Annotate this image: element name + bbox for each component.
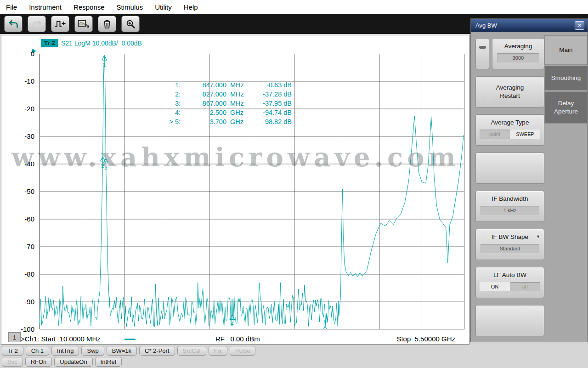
status-tr-2[interactable]: Tr 2 [2,346,23,356]
marker-unit: GHz [226,117,249,126]
status-c-2-port[interactable]: C* 2-Port [139,346,175,356]
marker-frequency: 2.500 [181,108,226,117]
marker-value: -0.63 dB [249,80,292,90]
y-tick-label: -70 [2,243,34,250]
y-axis: 0-10-20-30-40-50-60-70-80-90-100 [1,35,37,344]
option-on[interactable]: ON [480,282,510,291]
status-rfon[interactable]: RFOn [25,357,52,367]
blank-button-3[interactable] [475,153,544,184]
marker-index: 2: [153,90,181,99]
panel-body: Averaging3000Averaging RestartAverage Ty… [471,32,588,342]
option-point[interactable]: point [480,130,510,139]
y-tick-label: -10 [2,77,34,85]
marker-readout: 1:847.000MHz-0.63 dB2:827.000MHz-37.28 d… [153,80,292,126]
y-tick-label: 0 [2,50,34,57]
marker-value: -98.82 dB [249,117,292,126]
option-sweep[interactable]: SWEEP [510,130,540,139]
panel-tabs: MainSmoothingDelay Aperture [544,35,588,124]
status-srccal: SrcCal [177,346,206,356]
marker-value: -37.95 dB [249,99,292,108]
svg-text:3: 3 [104,165,107,170]
pulse-add-button[interactable] [51,16,69,32]
marker-frequency: 827.000 [181,90,226,99]
svg-text:2: 2 [101,163,104,169]
plot-footer: >Ch1: Start 10.0000 MHz RF 0.00 dBm Stop… [1,334,470,344]
marker-frequency: 847.000 [181,80,226,90]
channel-copy-icon: Ch [78,19,90,28]
zoom-in-icon [126,19,136,29]
status-intref[interactable]: IntRef [95,357,122,367]
trash-button[interactable] [98,16,116,32]
menu-response[interactable]: Response [68,3,111,11]
rf-power-label: RF 0.00 dBm [215,335,260,343]
avg-bw-panel: Avg BW ✕ Averaging3000Averaging RestartA… [470,18,588,342]
marker-unit: MHz [226,99,249,108]
tab-main[interactable]: Main [544,35,588,65]
pulse-add-icon [54,19,66,28]
menu-file[interactable]: File [0,3,23,11]
channel-indicator[interactable]: 1 [8,332,21,342]
y-tick-label: -90 [2,298,34,306]
status-bw-1k[interactable]: BW=1k [107,346,137,356]
averaging-restart-button[interactable]: Averaging Restart [475,76,544,108]
marker-index: 3: [153,99,181,108]
svg-text:5: 5 [323,319,326,324]
marker-value: -94.74 dB [249,108,292,117]
marker-index: 4: [153,108,181,117]
averaging-toggle-button[interactable] [475,38,489,69]
undo-button[interactable] [4,16,23,32]
status-ch-1[interactable]: Ch 1 [26,346,49,356]
option-off[interactable]: off [510,282,540,291]
lf-auto-bw-button[interactable]: LF Auto BWONoff [475,267,544,298]
trace-color-swatch [124,339,136,340]
vna-application-window: FileInstrumentResponseStimulusUtilityHel… [0,0,588,368]
tab-delay-aperture[interactable]: Delay Aperture [544,91,588,124]
start-frequency-label: >Ch1: Start 10.0000 MHz [21,335,101,343]
status-pulse: Pulse [230,346,256,356]
marker-5-icon [323,326,328,329]
status-fix: Fix [209,346,227,356]
status-inttrig[interactable]: IntTrig [51,346,79,356]
y-tick-label: -80 [2,270,34,278]
undo-icon [8,20,18,28]
marker-index: > 5: [153,117,181,126]
menu-stimulus[interactable]: Stimulus [111,3,149,11]
menu-instrument[interactable]: Instrument [23,3,68,11]
trace-badge[interactable]: Tr 2 [41,39,58,47]
marker-value: -37.28 dB [249,90,292,99]
panel-controls: Averaging3000Averaging RestartAverage Ty… [475,38,544,336]
close-icon[interactable]: ✕ [575,21,584,30]
if-bw-shape-button[interactable]: IF BW Shape▼Standard [475,229,544,260]
status-updateon[interactable]: UpdateOn [54,357,92,367]
svg-text:4: 4 [231,321,234,327]
status-row-1: Tr 2Ch 1IntTrigSwpBW=1kC* 2-PortSrcCalFi… [0,345,588,356]
tab-smoothing[interactable]: Smoothing [544,66,588,91]
averaging-button[interactable]: Averaging3000 [492,38,544,69]
marker-frequency: 3.700 [181,117,226,126]
menu-help[interactable]: Help [178,3,204,11]
panel-title: Avg BW [475,22,497,29]
if-bandwidth-button[interactable]: IF Bandwidth1 kHz [475,191,544,222]
averaging-value: 3000 [497,53,539,62]
y-tick-label: -20 [2,105,34,113]
status-swp[interactable]: Swp [81,346,104,356]
blank-button-7[interactable] [475,305,544,336]
marker-index: 1: [153,80,181,90]
plot-panel: Tr 2 S21 LogM 10.00dB/ 0.00dB 0-10-20-30… [1,35,469,345]
marker-unit: MHz [226,80,249,90]
menu-utility[interactable]: Utility [149,3,178,11]
status-svc: Svc [2,357,23,367]
y-tick-label: -40 [2,160,34,168]
stop-frequency-label: Stop 5.50000 GHz [396,335,455,343]
svg-text:Ch: Ch [79,22,85,26]
y-tick-label: -50 [2,187,34,195]
y-tick-label: -60 [2,215,34,223]
trash-icon [102,19,112,29]
zoom-in-button[interactable] [121,16,140,32]
panel-header: Avg BW ✕ [471,19,588,32]
menu-bar: FileInstrumentResponseStimulusUtilityHel… [0,0,588,14]
marker-unit: GHz [226,108,249,117]
average-type-button[interactable]: Average TypepointSWEEP [475,114,544,146]
channel-copy-button[interactable]: Ch [74,16,93,32]
y-tick-label: -30 [2,132,34,140]
